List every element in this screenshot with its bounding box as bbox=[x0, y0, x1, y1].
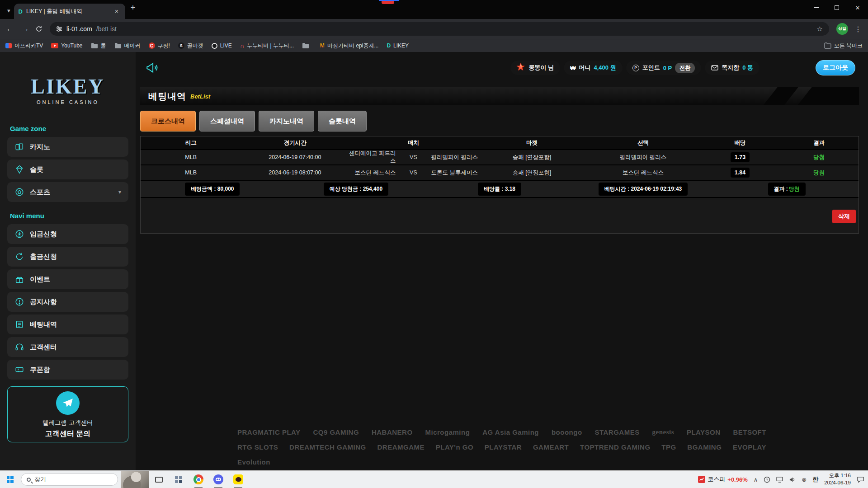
point-pill[interactable]: P 포인트 0 P 전환 bbox=[626, 61, 702, 75]
navi-menu-label: Navi menu bbox=[10, 212, 136, 220]
sidebar-item-notice[interactable]: 공지사항 bbox=[7, 292, 128, 312]
taskbar-app-discord[interactable] bbox=[208, 471, 228, 488]
window-maximize-button[interactable] bbox=[826, 0, 847, 15]
mascot-photo bbox=[121, 471, 149, 488]
windows-start-button[interactable] bbox=[0, 476, 20, 483]
sidebar-item-deposit[interactable]: 입금신청 bbox=[7, 224, 128, 244]
discord-icon bbox=[213, 474, 223, 484]
tab-slots[interactable]: 슬롯내역 bbox=[318, 111, 367, 131]
gem-icon bbox=[14, 164, 24, 174]
safely-remove-icon[interactable]: ⊗ bbox=[802, 476, 807, 483]
site-info-icon[interactable] bbox=[56, 26, 62, 32]
provider-logo: DREAMTECH GAMING bbox=[289, 443, 366, 451]
bookmark-item[interactable]: LIVE bbox=[212, 42, 232, 49]
bookmark-folder[interactable]: 롤 bbox=[91, 42, 106, 50]
mail-label: 쪽지함 bbox=[722, 64, 739, 72]
provider-logo: PLAYSTAR bbox=[485, 443, 522, 451]
chevron-down-icon: ▾ bbox=[118, 189, 121, 195]
taskbar-clock[interactable]: 오후 1:16 2024-06-19 bbox=[824, 472, 851, 486]
telegram-label: 텔레그램 고객센터 bbox=[8, 419, 128, 427]
mail-value: 0 통 bbox=[742, 64, 753, 72]
taskbar-app-chrome[interactable] bbox=[189, 471, 208, 488]
ime-indicator[interactable]: 한 bbox=[812, 475, 818, 483]
tab-cross[interactable]: 크로스내역 bbox=[140, 111, 196, 131]
sidebar-item-betlist[interactable]: 베팅내역 bbox=[7, 314, 128, 334]
nickname: 콩똥이 님 bbox=[529, 64, 554, 72]
screen-indicator bbox=[379, 0, 399, 4]
back-icon[interactable]: ← bbox=[5, 24, 15, 33]
provider-logo: PRAGMATIC PLAY bbox=[237, 428, 301, 436]
point-value: 0 P bbox=[663, 65, 672, 71]
megaphone-icon[interactable] bbox=[146, 62, 158, 74]
cards-icon bbox=[14, 142, 24, 152]
league: MLB bbox=[141, 154, 241, 160]
taskbar-app-kakaotalk[interactable] bbox=[228, 471, 248, 488]
tab-close-icon[interactable]: ✕ bbox=[113, 8, 120, 15]
bookmark-item[interactable]: S골마켓 bbox=[178, 42, 203, 50]
table-row: MLB 2024-06-19 07:40:00 샌디에이고 파드리스VS필라델피… bbox=[141, 150, 859, 165]
game-zone-label: Game zone bbox=[10, 125, 136, 132]
bookmark-folder[interactable] bbox=[302, 42, 312, 49]
sidebar-item-event[interactable]: 이벤트 bbox=[7, 269, 128, 289]
result-badge: 당첨 bbox=[813, 154, 825, 160]
bookmark-item[interactable]: ∩누누티비 | 누누티... bbox=[240, 42, 294, 50]
task-view-button[interactable] bbox=[149, 471, 169, 488]
expected-win-badge: 예상 당첨금 : 254,400 bbox=[324, 183, 388, 196]
bet-summary-row: 베팅금액 : 80,000 예상 당첨금 : 254,400 배당률 : 3.1… bbox=[141, 181, 859, 198]
refresh-icon[interactable] bbox=[35, 25, 42, 33]
site-header: ★1 콩똥이 님 ₩ 머니 4,400 원 P 포인트 0 P 전환 쪽지함 0… bbox=[136, 52, 868, 84]
date: 2024-06-19 bbox=[824, 479, 851, 487]
bet-table: 리그 경기시간 매치 마켓 선택 배당 결과 MLB 2024-06-19 07… bbox=[140, 136, 859, 234]
notification-icon[interactable] bbox=[857, 476, 864, 483]
bookmark-folder[interactable]: 메이커 bbox=[114, 42, 141, 50]
money-pill[interactable]: ₩ 머니 4,400 원 bbox=[564, 61, 622, 75]
new-tab-button[interactable]: + bbox=[131, 3, 136, 13]
match-time: 2024-06-19 08:07:00 bbox=[241, 169, 349, 176]
page-title: 베팅내역 bbox=[148, 90, 186, 103]
vs-label: VS bbox=[401, 169, 425, 176]
profile-avatar[interactable]: 상일 bbox=[836, 23, 848, 35]
display-icon[interactable] bbox=[776, 477, 783, 483]
likey-favicon: D bbox=[387, 42, 391, 49]
sidebar-item-sports[interactable]: 스포츠 ▾ bbox=[7, 182, 128, 202]
bookmark-item[interactable]: C쿠팡! bbox=[149, 42, 170, 50]
mailbox-pill[interactable]: 쪽지함 0 통 bbox=[705, 61, 760, 75]
telegram-support-box[interactable]: 텔레그램 고객센터 고객센터 문의 bbox=[7, 386, 128, 442]
tab-casino[interactable]: 카지노내역 bbox=[259, 111, 314, 131]
result-badge: 당첨 bbox=[813, 169, 825, 176]
all-bookmarks-button[interactable]: 모든 북마크 bbox=[824, 42, 863, 50]
window-minimize-button[interactable] bbox=[806, 0, 826, 15]
sidebar-item-coupon[interactable]: 쿠폰함 bbox=[7, 360, 128, 380]
address-bar[interactable]: li-01.com/betList ☆ bbox=[50, 22, 829, 36]
deposit-icon bbox=[14, 229, 24, 239]
taskbar-app-grid[interactable] bbox=[169, 471, 189, 488]
sidebar-item-support[interactable]: 고객센터 bbox=[7, 337, 128, 357]
window-close-button[interactable]: ✕ bbox=[847, 0, 868, 15]
delete-button[interactable]: 삭제 bbox=[832, 210, 856, 223]
bookmark-item[interactable]: DLIKEY bbox=[387, 42, 409, 49]
sidebar-item-withdraw[interactable]: 출금신청 bbox=[7, 247, 128, 267]
convert-button[interactable]: 전환 bbox=[675, 63, 695, 73]
user-level-pill[interactable]: ★1 콩똥이 님 bbox=[510, 61, 561, 75]
forward-icon[interactable]: → bbox=[20, 24, 31, 33]
tray-expand-icon[interactable]: ∧ bbox=[754, 476, 758, 483]
browser-tab[interactable]: D LIKEY | 홀덤 베팅내역 ✕ bbox=[14, 4, 125, 19]
browser-menu-icon[interactable]: ⋮ bbox=[853, 25, 863, 33]
stock-widget[interactable]: 코스피 +0.96% bbox=[698, 475, 747, 483]
taskbar-search[interactable]: 찾기 bbox=[21, 473, 118, 486]
bookmark-item[interactable]: YouTube bbox=[51, 42, 82, 49]
tab-special[interactable]: 스페셜내역 bbox=[199, 111, 255, 131]
money-label: 머니 bbox=[579, 64, 590, 72]
logout-button[interactable]: 로그아웃 bbox=[816, 60, 855, 75]
site-logo[interactable]: LIKEY bbox=[0, 75, 136, 99]
bookmark-star-icon[interactable]: ☆ bbox=[817, 25, 823, 33]
bet-amount-badge: 베팅금액 : 80,000 bbox=[185, 183, 240, 196]
sidebar-item-casino[interactable]: 카지노 bbox=[7, 137, 128, 157]
bookmark-item[interactable]: M마징가티비 epl중계... bbox=[320, 42, 378, 50]
clock-icon[interactable] bbox=[764, 476, 770, 483]
youtube-icon bbox=[51, 43, 58, 48]
tab-search-icon[interactable]: ▾ bbox=[7, 7, 10, 14]
speaker-icon[interactable] bbox=[789, 477, 796, 483]
sidebar-item-slots[interactable]: 슬롯 bbox=[7, 160, 128, 179]
bookmark-item[interactable]: 아프리카TV bbox=[5, 42, 43, 50]
